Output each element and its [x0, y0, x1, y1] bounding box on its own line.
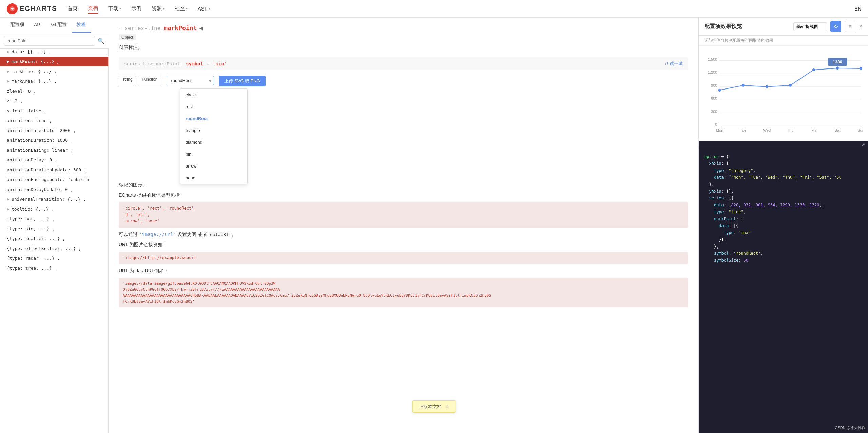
chart-point-2: [766, 85, 768, 88]
prop-row-name: symbol: [186, 61, 203, 66]
sidebar-item-animeasingupdate[interactable]: animationEasingUpdate: 'cubicIn: [0, 175, 108, 184]
sidebar-item-tooltip[interactable]: ▶ tooltip: {...} ,: [0, 204, 108, 214]
option-diamond[interactable]: diamond: [180, 136, 247, 148]
tab-gl[interactable]: GL配置: [46, 18, 72, 33]
collapse-button[interactable]: −: [119, 25, 122, 31]
option-none[interactable]: none: [180, 172, 247, 184]
try-icon: ↺: [664, 61, 668, 66]
toast-close-button[interactable]: ×: [445, 404, 448, 410]
sidebar-item-zlevel[interactable]: zlevel: 0 ,: [0, 86, 108, 96]
code-line-15: symbol: "roundRect",: [704, 250, 863, 257]
code-content: option = { xAxis: { type: "category", da…: [699, 149, 868, 431]
code-line-16: symbolSize: 50: [704, 257, 863, 264]
x-label-sat: Sat: [835, 128, 841, 132]
sidebar-item-markline[interactable]: ▶ markLine: {...} ,: [0, 66, 108, 76]
code-panel: ⤢ option = { xAxis: { type: "category", …: [699, 141, 868, 433]
sidebar-item-animeasing[interactable]: animationEasing: linear ,: [0, 145, 108, 155]
logo[interactable]: ECHARTS: [7, 3, 57, 14]
sidebar-item-bar[interactable]: {type: bar, ...} ,: [0, 214, 108, 224]
sidebar-label-9: animationDuration: 1000 ,: [7, 138, 103, 143]
search-box: markPoint 🔍: [0, 33, 109, 49]
selector-wrapper: 基础折线图: [793, 22, 827, 31]
section-header: − series-line.markPoint ◀: [119, 24, 688, 32]
nav-resources[interactable]: 资源 ▾: [152, 4, 165, 13]
sidebar-item-effectscatter[interactable]: {type: effectScatter, ...} ,: [0, 243, 108, 253]
right-panel: 配置项效果预览 基础折线图 ↻ ≡ × 调节控件可预览配置项不同取值的效果 0 …: [698, 18, 868, 433]
nav-lang[interactable]: EN: [855, 6, 861, 12]
nav-docs[interactable]: 文档: [88, 4, 98, 14]
sidebar-item-universal[interactable]: ▶ universalTransition: {...} ,: [0, 194, 108, 204]
sidebar-item-pie[interactable]: {type: pie, ...} ,: [0, 224, 108, 234]
code-line-8: data: [820, 932, 901, 934, 1290, 1330, 1…: [704, 202, 863, 209]
sidebar-item-animdelayupdate[interactable]: animationDelayUpdate: 0 ,: [0, 184, 108, 194]
settings-icon: ≡: [849, 23, 852, 29]
sidebar-item-animthreshold[interactable]: animationThreshold: 2000 ,: [0, 125, 108, 135]
dropdown-list: circle rect roundRect triangle diamond p…: [180, 88, 248, 184]
sidebar-label-16: tooltip: {...} ,: [12, 206, 103, 212]
nav-home[interactable]: 首页: [67, 4, 78, 13]
sidebar-item-silent[interactable]: silent: false ,: [0, 106, 108, 116]
preview-selector[interactable]: 基础折线图: [793, 22, 827, 31]
sidebar-item-scatter[interactable]: {type: scatter, ...} ,: [0, 234, 108, 243]
type-tag-string[interactable]: string: [119, 76, 136, 86]
close-button[interactable]: ×: [859, 23, 863, 30]
chart-svg: 0 300 600 900 1,200 1,500: [704, 51, 863, 135]
type-badge: Object: [119, 34, 136, 40]
option-pin[interactable]: pin: [180, 148, 247, 160]
tab-config[interactable]: 配置项: [5, 18, 29, 33]
option-circle[interactable]: circle: [180, 89, 247, 101]
upload-button[interactable]: 上传 SVG 或 PNG: [219, 76, 265, 86]
nav-download[interactable]: 下载 ▾: [108, 4, 121, 13]
option-roundrect[interactable]: roundRect: [180, 113, 247, 124]
sidebar-item-z[interactable]: z: 2 ,: [0, 96, 108, 106]
highlight-label: 1330: [833, 60, 842, 64]
url-desc: URL 为图片链接例如：: [119, 242, 688, 248]
sidebar-item-markarea[interactable]: ▶ markArea: {...} ,: [0, 76, 108, 86]
section-collapse-arrow[interactable]: ◀: [199, 25, 203, 31]
main-content: − series-line.markPoint ◀ Object 图表标注。 s…: [109, 18, 698, 433]
nav-community[interactable]: 社区 ▾: [175, 4, 188, 13]
sidebar-item-animdelay[interactable]: animationDelay: 0 ,: [0, 155, 108, 165]
sidebar-label-18: {type: pie, ...} ,: [7, 226, 103, 231]
y-label-1500: 1,500: [708, 57, 717, 61]
chart-point-6: [860, 67, 862, 70]
code-line-12: type: "max": [704, 229, 863, 236]
prop-path-name: markPoint: [164, 24, 197, 32]
search-input[interactable]: markPoint: [4, 36, 95, 46]
try-button[interactable]: ↺ 试一试: [664, 61, 683, 67]
option-arrow[interactable]: arrow: [180, 160, 247, 172]
sidebar-item-animduration[interactable]: animationDuration: 1000 ,: [0, 135, 108, 145]
code-line-5: },: [704, 181, 863, 188]
sidebar-item-tree[interactable]: {type: tree, ...} ,: [0, 263, 108, 273]
refresh-icon: ↻: [834, 23, 838, 30]
type-tag-function[interactable]: Function: [138, 76, 161, 86]
sidebar-label-19: {type: scatter, ...} ,: [7, 236, 103, 241]
sidebar-item-markpoint[interactable]: ▶ markPoint: {...} ,: [0, 57, 108, 66]
option-triangle[interactable]: triangle: [180, 124, 247, 136]
option-rect[interactable]: rect: [180, 101, 247, 113]
sidebar-label-2: markLine: {...} ,: [12, 69, 103, 74]
sidebar-label-4: zlevel: 0 ,: [7, 88, 103, 94]
settings-button[interactable]: ≡: [845, 21, 855, 32]
code-expand-button[interactable]: ⤢: [861, 142, 865, 147]
tab-tutorial[interactable]: 教程: [72, 18, 91, 33]
search-button[interactable]: 🔍: [98, 38, 104, 44]
nav-asf[interactable]: ASF ▾: [198, 4, 210, 13]
refresh-button[interactable]: ↻: [830, 21, 841, 32]
image-link: 'image://url': [139, 232, 176, 237]
y-label-900: 900: [711, 83, 717, 87]
nav-asf-arrow: ▾: [209, 7, 210, 11]
y-label-600: 600: [711, 96, 717, 100]
code-line-10: markPoint: {: [704, 216, 863, 222]
sidebar-item-radar[interactable]: {type: radar, ...} ,: [0, 253, 108, 263]
sidebar-item-animdurationupdate[interactable]: animationDurationUpdate: 300 ,: [0, 165, 108, 175]
sidebar-label-11: animationDelay: 0 ,: [7, 157, 103, 162]
nav-download-arrow: ▾: [119, 7, 121, 11]
sidebar-label-15: universalTransition: {...} ,: [12, 197, 103, 202]
tab-api[interactable]: API: [29, 18, 46, 32]
nav-examples[interactable]: 示例: [131, 4, 141, 13]
try-label: 试一试: [670, 61, 683, 67]
symbol-dropdown[interactable]: roundRect: [167, 76, 214, 85]
sidebar-item-animation[interactable]: animation: true ,: [0, 116, 108, 125]
sidebar-label-22: {type: tree, ...} ,: [7, 265, 103, 271]
